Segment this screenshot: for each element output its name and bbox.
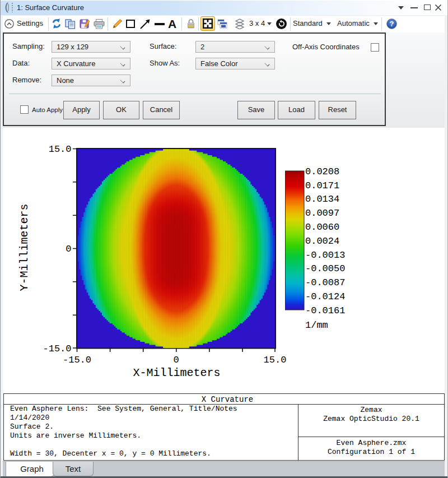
svg-text:-0.0013: -0.0013 bbox=[305, 250, 345, 261]
svg-text:0.0097: 0.0097 bbox=[305, 208, 339, 219]
svg-text:0.0060: 0.0060 bbox=[305, 222, 339, 233]
svg-text:Y-Millimeters: Y-Millimeters bbox=[18, 203, 31, 291]
svg-text:15.0: 15.0 bbox=[49, 144, 72, 155]
svg-text:0.0208: 0.0208 bbox=[305, 166, 339, 177]
svg-text:0.0024: 0.0024 bbox=[305, 236, 339, 247]
svg-text:X-Millimeters: X-Millimeters bbox=[133, 366, 220, 379]
svg-text:0: 0 bbox=[173, 355, 179, 365]
svg-text:-0.0124: -0.0124 bbox=[305, 291, 345, 302]
svg-text:-15.0: -15.0 bbox=[43, 344, 71, 354]
svg-text:0.0171: 0.0171 bbox=[305, 180, 339, 191]
svg-text:0: 0 bbox=[66, 244, 71, 254]
svg-text:-0.0087: -0.0087 bbox=[305, 277, 345, 288]
svg-text:0.0134: 0.0134 bbox=[305, 194, 339, 205]
svg-text:-0.0161: -0.0161 bbox=[305, 305, 345, 316]
svg-text:15.0: 15.0 bbox=[264, 355, 287, 365]
svg-text:1/mm: 1/mm bbox=[305, 320, 328, 331]
svg-text:-0.0050: -0.0050 bbox=[305, 263, 345, 274]
svg-text:-15.0: -15.0 bbox=[63, 355, 91, 365]
